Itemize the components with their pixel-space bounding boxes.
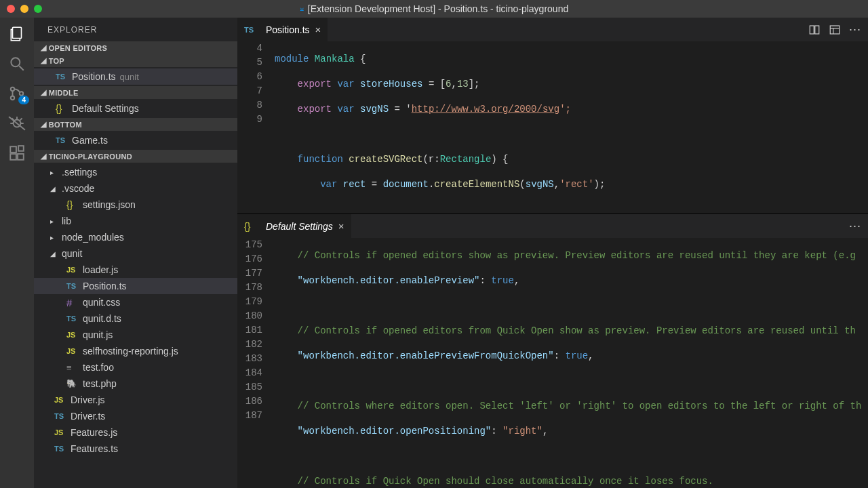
section-bottom[interactable]: ◢ BOTTOM <box>34 118 237 131</box>
debug-icon[interactable] <box>7 114 26 133</box>
editor-layout-icon[interactable] <box>829 24 841 36</box>
minimize-window-icon[interactable] <box>20 5 28 13</box>
svg-rect-13 <box>10 146 16 152</box>
file-features-ts[interactable]: TSFeatures.ts <box>34 441 237 457</box>
folder-qunit[interactable]: ◢qunit <box>34 245 237 262</box>
split-editor-icon[interactable] <box>808 24 821 36</box>
more-icon[interactable]: ··· <box>849 219 861 233</box>
svg-rect-14 <box>10 154 16 160</box>
svg-point-5 <box>20 92 23 95</box>
section-middle[interactable]: ◢ MIDDLE <box>34 86 237 99</box>
tab-default-settings[interactable]: {}Default Settings× <box>237 214 351 238</box>
tab-position-ts[interactable]: TSPosition.ts× <box>237 18 328 41</box>
svg-point-4 <box>11 96 14 100</box>
file-position-ts[interactable]: TSPosition.ts <box>34 278 237 294</box>
folder-node-modules[interactable]: ▸node_modules <box>34 229 237 245</box>
svg-rect-15 <box>18 154 24 160</box>
file-settings-json[interactable]: {}settings.json <box>34 197 237 213</box>
folder-lib[interactable]: ▸lib <box>34 213 237 229</box>
explorer-icon[interactable] <box>7 24 26 43</box>
file-qunit-dts[interactable]: TSqunit.d.ts <box>34 310 237 327</box>
editor-group-2: {}Default Settings× ··· 175 176 177 178 … <box>237 214 868 488</box>
window-controls <box>7 5 42 13</box>
file-loader-js[interactable]: JSloader.js <box>34 262 237 278</box>
file-driver-ts[interactable]: TSDriver.ts <box>34 408 237 424</box>
editor-1[interactable]: 4 5 6 7 8 9 module Mankala { export var … <box>237 41 868 214</box>
svg-line-9 <box>20 118 22 120</box>
file-selfhost-js[interactable]: JSselfhosting-reporting.js <box>34 343 237 359</box>
close-window-icon[interactable] <box>7 5 15 13</box>
tab-actions: ··· <box>842 214 868 238</box>
titlebar: ⨲ [Extension Development Host] - Positio… <box>0 0 868 18</box>
section-top[interactable]: ◢ TOP <box>34 54 237 67</box>
section-workspace[interactable]: ◢ TICINO-PLAYGROUND <box>34 150 237 163</box>
tab-actions: ··· <box>802 18 868 41</box>
close-icon[interactable]: × <box>315 24 321 35</box>
tabbar-2: {}Default Settings× ··· <box>237 214 868 238</box>
svg-line-2 <box>19 66 24 70</box>
file-features-js[interactable]: JSFeatures.js <box>34 424 237 441</box>
vscode-icon: ⨲ <box>300 4 304 14</box>
maximize-window-icon[interactable] <box>34 5 42 13</box>
activity-bar: 4 <box>0 18 34 488</box>
folder-vscode[interactable]: ◢.vscode <box>34 180 237 197</box>
editor-groups: TSPosition.ts× ··· 4 5 6 7 8 9 module Ma… <box>237 18 868 488</box>
svg-point-1 <box>11 58 20 66</box>
file-driver-js[interactable]: JSDriver.js <box>34 392 237 408</box>
window-title: ⨲ [Extension Development Host] - Positio… <box>300 3 568 14</box>
editor-2[interactable]: 175 176 177 178 179 180 181 182 183 184 … <box>237 238 868 488</box>
more-icon[interactable]: ··· <box>849 22 861 37</box>
sidebar: EXPLORER ◢ OPEN EDITORS ◢ TOP TSPosition… <box>34 18 237 488</box>
folder-settings[interactable]: ▸.settings <box>34 164 237 180</box>
tabbar-1: TSPosition.ts× ··· <box>237 18 868 41</box>
sidebar-title: EXPLORER <box>34 18 237 41</box>
svg-rect-19 <box>830 26 840 34</box>
editor-group-1: TSPosition.ts× ··· 4 5 6 7 8 9 module Ma… <box>237 18 868 214</box>
svg-point-3 <box>11 87 14 91</box>
extensions-icon[interactable] <box>7 144 26 163</box>
git-icon[interactable]: 4 <box>7 84 26 103</box>
git-badge: 4 <box>18 96 29 104</box>
search-icon[interactable] <box>7 54 26 73</box>
svg-rect-16 <box>18 146 24 151</box>
file-qunit-js[interactable]: JSqunit.js <box>34 327 237 343</box>
svg-rect-17 <box>810 26 814 34</box>
close-icon[interactable]: × <box>338 220 344 232</box>
file-qunit-css[interactable]: #qunit.css <box>34 294 237 310</box>
open-editor-bottom[interactable]: TSGame.ts <box>34 132 237 148</box>
svg-rect-18 <box>815 26 819 34</box>
file-test-foo[interactable]: ≡test.foo <box>34 359 237 375</box>
svg-rect-0 <box>13 27 22 38</box>
file-test-php[interactable]: 🐘test.php <box>34 375 237 392</box>
open-editor-middle[interactable]: {}Default Settings <box>34 100 237 117</box>
open-editor-top[interactable]: TSPosition.tsqunit <box>34 68 237 85</box>
section-open-editors[interactable]: ◢ OPEN EDITORS <box>34 41 237 54</box>
